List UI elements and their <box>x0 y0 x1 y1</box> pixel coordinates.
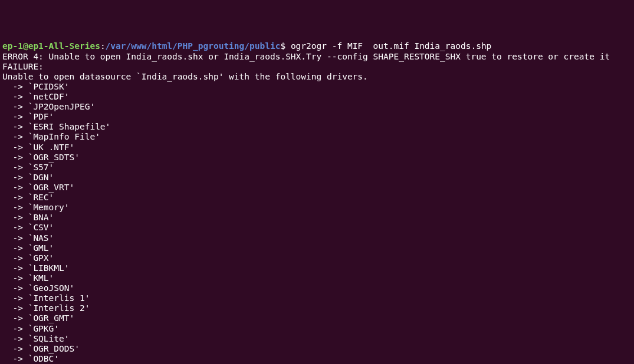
driver-item: -> `ESRI Shapefile' <box>2 122 632 132</box>
driver-item: -> `GPKG' <box>2 324 632 334</box>
driver-item: -> `CSV' <box>2 223 632 233</box>
driver-item: -> `KML' <box>2 273 632 283</box>
driver-item: -> `netCDF' <box>2 92 632 102</box>
driver-item: -> `GeoJSON' <box>2 283 632 293</box>
driver-item: -> `REC' <box>2 193 632 203</box>
driver-item: -> `OGR_GMT' <box>2 313 632 323</box>
driver-list: -> `PCIDSK' -> `netCDF' -> `JP2OpenJPEG'… <box>2 82 632 364</box>
driver-item: -> `S57' <box>2 163 632 173</box>
terminal-output[interactable]: ep-1@ep1-All-Series:/var/www/html/PHP_pg… <box>2 41 632 364</box>
driver-item: -> `MapInfo File' <box>2 132 632 142</box>
driver-item: -> `SQLite' <box>2 334 632 344</box>
driver-item: -> `NAS' <box>2 233 632 243</box>
driver-item: -> `PDF' <box>2 112 632 122</box>
driver-item: -> `Memory' <box>2 203 632 213</box>
driver-item: -> `PCIDSK' <box>2 82 632 92</box>
failure-line: FAILURE: <box>2 62 44 71</box>
prompt-path: /var/www/html/PHP_pgrouting/public <box>106 41 281 51</box>
prompt-separator: : <box>100 41 106 51</box>
driver-item: -> `OGR_SDTS' <box>2 153 632 163</box>
driver-item: -> `OGR_VRT' <box>2 183 632 193</box>
driver-item: -> `DGN' <box>2 173 632 183</box>
driver-item: -> `UK .NTF' <box>2 143 632 153</box>
driver-item: -> `OGR_DODS' <box>2 344 632 354</box>
driver-item: -> `ODBC' <box>2 354 632 364</box>
driver-item: -> `GML' <box>2 243 632 253</box>
prompt-dollar: $ <box>280 41 285 51</box>
command-text: ogr2ogr -f MIF out.mif India_raods.shp <box>285 41 491 51</box>
driver-item: -> `BNA' <box>2 213 632 223</box>
prompt-user-host: ep-1@ep1-All-Series <box>2 41 100 51</box>
driver-item: -> `JP2OpenJPEG' <box>2 102 632 112</box>
driver-item: -> `Interlis 2' <box>2 303 632 313</box>
driver-item: -> `Interlis 1' <box>2 293 632 303</box>
driver-item: -> `GPX' <box>2 253 632 263</box>
driver-item: -> `LIBKML' <box>2 263 632 273</box>
error-line: ERROR 4: Unable to open India_raods.shx … <box>2 52 610 61</box>
unable-line: Unable to open datasource `India_raods.s… <box>2 72 368 81</box>
